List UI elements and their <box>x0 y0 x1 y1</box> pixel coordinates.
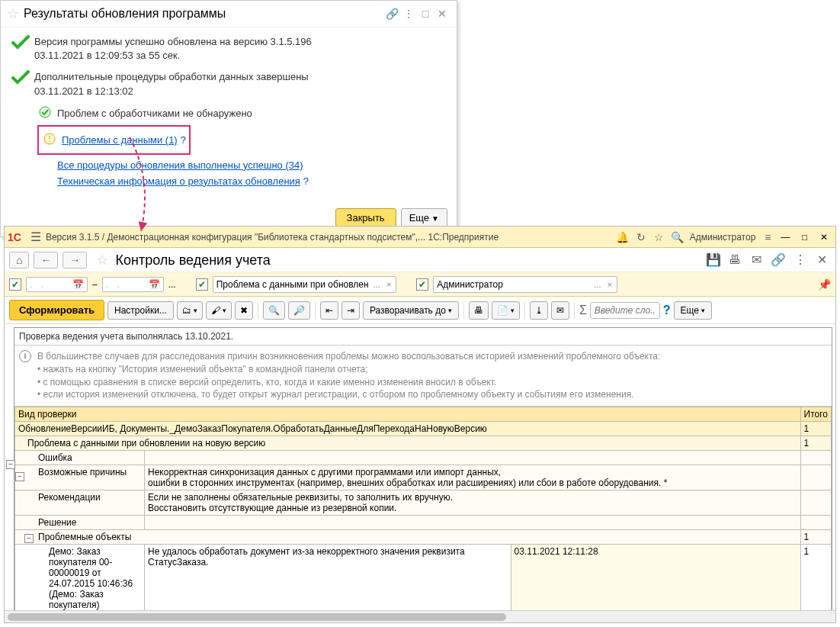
forward-button[interactable]: → <box>63 252 87 268</box>
print-button[interactable]: 🖶 <box>469 301 489 320</box>
user-filter-checkbox[interactable]: ✔ <box>416 278 428 291</box>
send-button[interactable]: ✉ <box>551 301 569 320</box>
doc-label: Демо: Заказ покупателя 00-00000019 от 24… <box>15 545 145 610</box>
detail-row: Решение <box>15 516 832 530</box>
calendar-icon[interactable]: 📅 <box>149 279 160 290</box>
user-filter-field[interactable]: ... × <box>433 276 617 293</box>
generate-button[interactable]: Сформировать <box>9 300 104 320</box>
detail-row: Возможные причины Некорректная синхрониз… <box>15 465 832 490</box>
close-window-icon[interactable]: ✕ <box>816 232 832 243</box>
objects-label: Проблемные объекты <box>15 530 801 545</box>
doc-date-cell[interactable]: 03.11.2021 12:11:28 <box>511 545 800 610</box>
group2-label: Проблема с данными при обновлении на нов… <box>15 436 801 451</box>
close-page-icon[interactable]: ✕ <box>813 252 831 267</box>
document-row[interactable]: Демо: Заказ покупателя 00-00000019 от 24… <box>15 545 832 610</box>
maximize-icon[interactable]: □ <box>417 8 434 20</box>
back-button[interactable]: ← <box>34 252 58 268</box>
report-inner: Проверка ведения учета выполнялась 13.10… <box>14 327 832 610</box>
help-icon[interactable]: ? <box>181 134 186 146</box>
objects-total: 1 <box>800 530 831 545</box>
star-icon[interactable]: ☆ <box>650 231 668 243</box>
more-actions-button[interactable]: Еще▾ <box>674 301 712 320</box>
user-label[interactable]: Администратор <box>687 232 759 243</box>
brush-button[interactable]: 🖌▾ <box>206 301 232 320</box>
tree-toggle[interactable]: − <box>24 534 34 543</box>
report-info-block: i В большинстве случаев для расследовани… <box>14 346 832 407</box>
search-icon[interactable]: 🔍 <box>668 231 687 243</box>
col-check: Вид проверки <box>15 407 801 422</box>
close-button[interactable]: Закрыть <box>335 208 396 227</box>
data-problems-link[interactable]: Проблемы с данными (1) <box>62 134 178 146</box>
clear-btn[interactable]: × <box>385 280 393 289</box>
settings-button[interactable]: Настройки... <box>107 301 174 320</box>
detail-row: Ошибка <box>15 451 832 465</box>
problem-filter-field[interactable]: ... × <box>213 276 397 293</box>
brand-logo: 1C <box>8 231 21 243</box>
info-icon: i <box>19 350 31 362</box>
ellipsis-btn[interactable]: ... <box>372 280 382 289</box>
cell-value-box <box>590 302 660 319</box>
group-row[interactable]: ОбновлениеВерсииИБ, Документы._ДемоЗаказ… <box>15 422 832 436</box>
save-icon[interactable]: 💾 <box>704 252 723 267</box>
maximize-icon[interactable]: □ <box>797 232 813 243</box>
bell-icon[interactable]: 🔔 <box>614 231 632 243</box>
sub-list: Проблем с обработчиками не обнаружено ! … <box>37 106 446 187</box>
link-icon[interactable]: 🔗 <box>769 252 787 267</box>
clear-btn[interactable]: × <box>605 280 613 289</box>
dialog-header: ☆ Результаты обновления программы 🔗 ⋮ □ … <box>1 1 457 27</box>
tech-info-link[interactable]: Техническая информация о результатах обн… <box>57 175 300 187</box>
page-actions: 💾 🖶 ✉ 🔗 ⋮ ✕ <box>704 252 831 267</box>
save-report-button[interactable]: ⤓ <box>530 301 548 320</box>
collapse-button[interactable]: ⇤ <box>320 301 338 320</box>
pin-icon[interactable]: 📌 <box>818 278 831 291</box>
calendar-icon[interactable]: 📅 <box>72 279 84 290</box>
check-icon <box>11 70 34 98</box>
user-filter-input[interactable] <box>437 279 589 290</box>
kebab-menu-icon[interactable]: ⋮ <box>791 252 810 267</box>
sigma-icon[interactable]: Σ <box>579 304 587 317</box>
detail-row: Рекомендации Если не заполнены обязатель… <box>15 490 832 516</box>
help-icon[interactable]: ? <box>663 304 671 317</box>
hamburger-icon[interactable]: ☰ <box>30 230 41 244</box>
link-icon[interactable]: 🔗 <box>383 8 400 20</box>
table-header-row: Вид проверки Итого <box>15 407 832 422</box>
expand-button[interactable]: ⇥ <box>341 301 360 320</box>
history-icon[interactable]: ↻ <box>632 231 650 243</box>
kebab-menu-icon[interactable]: ⋮ <box>400 8 417 20</box>
date-filter-checkbox[interactable]: ✔ <box>9 278 21 291</box>
find-button[interactable]: 🔍 <box>263 301 285 320</box>
expand-to-button[interactable]: Разворачивать до▾ <box>363 301 459 320</box>
help-icon[interactable]: ? <box>303 175 309 187</box>
variants-button[interactable]: 🗂▾ <box>177 301 203 320</box>
window-controls: — □ ✕ <box>777 232 832 243</box>
clear-button[interactable]: ✖ <box>235 301 253 320</box>
group-row[interactable]: Проблема с данными при обновлении на нов… <box>15 436 832 451</box>
ellipsis-btn[interactable]: ... <box>592 280 602 289</box>
report-area[interactable]: − − − Проверка ведения учета выполнялась… <box>5 324 835 610</box>
date-to-field[interactable]: . .📅 <box>102 277 164 292</box>
problem-filter-input[interactable] <box>216 279 369 290</box>
cell-value-input[interactable] <box>595 305 656 316</box>
minimize-icon[interactable]: — <box>777 232 794 243</box>
objects-row[interactable]: Проблемные объекты 1 <box>15 530 832 545</box>
page-setup-button[interactable]: 📄▾ <box>492 301 520 320</box>
report-heading: Проверка ведения учета выполнялась 13.10… <box>14 328 832 346</box>
favorite-star-icon[interactable]: ☆ <box>7 5 19 22</box>
doc-total: 1 <box>800 545 831 610</box>
date-from-field[interactable]: . .📅 <box>26 277 88 292</box>
home-button[interactable]: ⌂ <box>9 252 29 268</box>
find-prev-button[interactable]: 🔎 <box>288 301 310 320</box>
problem-filter-checkbox[interactable]: ✔ <box>196 278 208 291</box>
all-success-link[interactable]: Все процедуры обновления выполнены успеш… <box>57 159 303 171</box>
mail-icon[interactable]: ✉ <box>748 252 766 267</box>
tree-toggle[interactable]: − <box>15 472 24 481</box>
page-star-icon[interactable]: ☆ <box>96 252 108 268</box>
close-icon[interactable]: ✕ <box>434 8 450 20</box>
tree-toggle[interactable]: − <box>6 460 15 469</box>
print-icon[interactable]: 🖶 <box>726 253 744 267</box>
user-menu-icon[interactable]: ≡ <box>758 231 777 243</box>
ellipsis-btn[interactable]: ... <box>168 279 176 290</box>
more-button-label: Еще <box>409 212 429 223</box>
horizontal-scrollbar[interactable] <box>5 610 835 622</box>
more-button[interactable]: Еще▼ <box>401 208 447 227</box>
